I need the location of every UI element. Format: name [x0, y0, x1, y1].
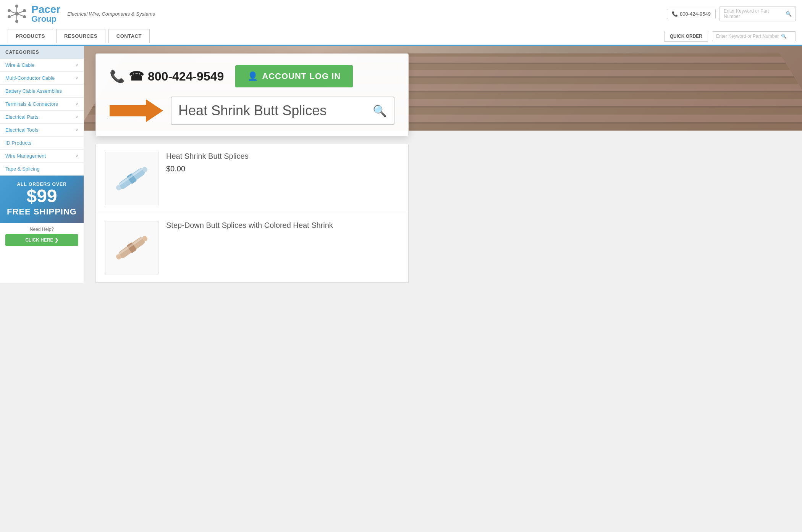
header-top: Pacer Group Electrical Wire, Components …	[0, 0, 802, 27]
search-icon[interactable]: 🔍	[373, 104, 387, 118]
product-image-splice	[111, 158, 153, 200]
result-price-1: $0.00	[166, 164, 399, 173]
sidebar-label-tape-splicing: Tape & Splicing	[5, 166, 40, 172]
header-right: 📞 800-424-9549 Enter Keyword or Part Num…	[667, 6, 796, 21]
search-input-large[interactable]	[178, 103, 369, 119]
sidebar-label-battery-cable: Battery Cable Assemblies	[5, 88, 62, 94]
header-search-box[interactable]: Enter Keyword or Part Number 🔍	[720, 6, 796, 21]
chevron-down-icon: ∨	[75, 114, 78, 119]
phone-display: 📞 ☎ 800-424-9549	[110, 69, 224, 84]
result-item-2[interactable]: Step-Down Butt Splices with Colored Heat…	[96, 213, 408, 282]
site-tagline: Electrical Wire, Components & Systems	[67, 11, 155, 17]
sidebar-label-wire-cable: Wire & Cable	[5, 62, 35, 68]
svg-point-1	[15, 5, 18, 8]
logo-pacer: Pacer	[31, 4, 60, 15]
header-search-placeholder: Enter Keyword or Part Number	[724, 8, 783, 19]
nav-resources[interactable]: RESOURCES	[56, 29, 105, 43]
phone-login-row: 📞 ☎ 800-424-9549 👤 ACCOUNT LOG IN	[110, 65, 395, 87]
chevron-down-icon: ∨	[75, 63, 78, 68]
chevron-down-icon: ∨	[75, 102, 78, 106]
result-item-1[interactable]: Heat Shrink Butt Splices $0.00	[96, 144, 408, 213]
sidebar-label-terminals: Terminals & Connectors	[5, 101, 58, 107]
result-image-1	[105, 152, 158, 205]
sidebar-item-wire-cable[interactable]: Wire & Cable ∨	[0, 59, 84, 72]
nav-search-icon[interactable]: 🔍	[781, 34, 787, 39]
chevron-down-icon: ∨	[75, 153, 78, 158]
nav-search-box[interactable]: Enter Keyword or Part Number 🔍	[712, 31, 796, 41]
sidebar-label-electrical-parts: Electrical Parts	[5, 114, 39, 120]
main-layout: CATEGORIES Wire & Cable ∨ Multi-Conducto…	[0, 46, 802, 283]
sidebar-label-id-products: ID Products	[5, 140, 31, 146]
svg-marker-13	[110, 99, 163, 122]
promo-banner: ALL ORDERS OVER $99 FREE SHIPPING	[0, 176, 84, 223]
site-header: Pacer Group Electrical Wire, Components …	[0, 0, 802, 46]
sidebar-item-id-products[interactable]: ID Products	[0, 137, 84, 150]
svg-point-2	[8, 9, 11, 12]
header-phone[interactable]: 📞 800-424-9549	[667, 9, 716, 19]
svg-point-5	[23, 9, 26, 12]
sidebar-item-multi-conductor[interactable]: Multi-Conductor Cable ∨	[0, 72, 84, 85]
logo-group: Group	[31, 15, 60, 23]
content-area: 📞 ☎ 800-424-9549 👤 ACCOUNT LOG IN	[84, 46, 802, 283]
sidebar-item-terminals[interactable]: Terminals & Connectors ∨	[0, 98, 84, 111]
promo-bottom-line: FREE SHIPPING	[5, 207, 78, 217]
header-search-icon[interactable]: 🔍	[786, 11, 792, 17]
search-box-large[interactable]: 🔍	[171, 97, 395, 125]
header-phone-number: 800-424-9549	[680, 11, 711, 17]
sidebar-header: CATEGORIES	[0, 46, 84, 59]
logo-icon	[6, 3, 27, 24]
result-title-2[interactable]: Step-Down Butt Splices with Colored Heat…	[166, 221, 399, 230]
promo-price: $99	[5, 187, 78, 205]
sidebar-item-tape-splicing[interactable]: Tape & Splicing	[0, 163, 84, 176]
orange-arrow-icon	[110, 97, 163, 124]
sidebar-label-multi-conductor: Multi-Conductor Cable	[5, 75, 55, 81]
search-row: 🔍	[110, 97, 395, 125]
nav-search-placeholder: Enter Keyword or Part Number	[716, 34, 779, 39]
account-login-button[interactable]: 👤 ACCOUNT LOG IN	[235, 65, 353, 87]
svg-point-3	[8, 15, 11, 18]
sidebar-item-wire-management[interactable]: Wire Management ∨	[0, 150, 84, 163]
nav-quick-order[interactable]: QUICK ORDER	[664, 31, 708, 42]
sidebar-item-battery-cable[interactable]: Battery Cable Assemblies	[0, 85, 84, 98]
arrow-indicator	[110, 97, 163, 124]
search-results: Heat Shrink Butt Splices $0.00	[95, 144, 409, 283]
chevron-down-icon: ∨	[75, 76, 78, 81]
phone-number-large: 800-424-9549	[148, 69, 224, 84]
sidebar-label-electrical-tools: Electrical Tools	[5, 127, 38, 133]
logo-area[interactable]: Pacer Group Electrical Wire, Components …	[6, 3, 155, 24]
logo-text: Pacer Group	[31, 4, 60, 23]
need-help-label: Need Help?	[0, 223, 84, 234]
svg-point-4	[15, 20, 18, 23]
phone-handset-icon: 📞	[110, 69, 125, 84]
nav-contact[interactable]: CONTACT	[108, 29, 150, 43]
result-info-1: Heat Shrink Butt Splices $0.00	[166, 152, 399, 173]
nav-bar: PRODUCTS RESOURCES CONTACT QUICK ORDER E…	[0, 27, 802, 45]
product-image-splice-2	[111, 227, 153, 269]
result-info-2: Step-Down Butt Splices with Colored Heat…	[166, 221, 399, 230]
svg-point-6	[23, 15, 26, 18]
nav-products[interactable]: PRODUCTS	[8, 29, 53, 43]
sidebar: CATEGORIES Wire & Cable ∨ Multi-Conducto…	[0, 46, 84, 283]
sidebar-item-electrical-tools[interactable]: Electrical Tools ∨	[0, 124, 84, 137]
result-title-1[interactable]: Heat Shrink Butt Splices	[166, 152, 399, 161]
phone-icon-small: 📞	[672, 11, 678, 17]
sidebar-item-electrical-parts[interactable]: Electrical Parts ∨	[0, 111, 84, 124]
chevron-down-icon: ∨	[75, 127, 78, 132]
sidebar-label-wire-management: Wire Management	[5, 153, 46, 159]
click-here-button[interactable]: CLICK HERE ❯	[5, 234, 78, 246]
account-icon: 👤	[247, 71, 258, 81]
overlay-card: 📞 ☎ 800-424-9549 👤 ACCOUNT LOG IN	[95, 53, 409, 137]
phone-old-icon: ☎	[129, 69, 144, 84]
account-login-label: ACCOUNT LOG IN	[262, 71, 341, 81]
result-image-2	[105, 221, 158, 274]
